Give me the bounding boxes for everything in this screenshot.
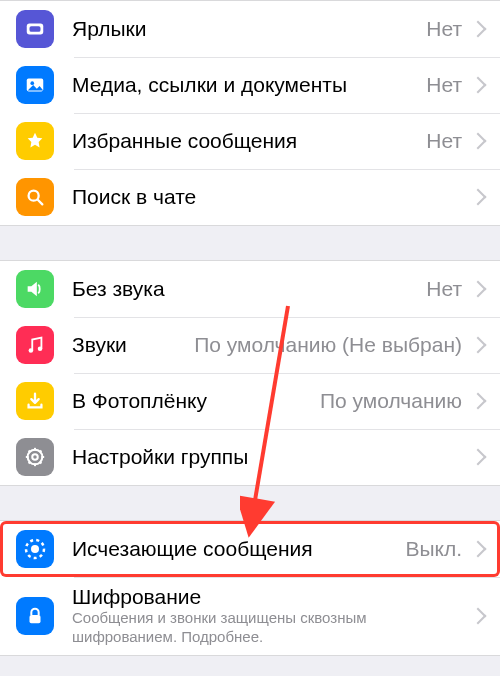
section-separator xyxy=(0,486,500,520)
chevron-icon xyxy=(470,449,487,466)
svg-point-3 xyxy=(30,81,34,85)
svg-line-14 xyxy=(29,451,31,453)
section-separator xyxy=(0,226,500,260)
chevron-icon xyxy=(470,337,487,354)
timer-icon xyxy=(16,530,54,568)
chevron-icon xyxy=(470,541,487,558)
tag-icon xyxy=(16,10,54,48)
svg-rect-1 xyxy=(30,26,41,32)
row-value: Нет xyxy=(426,129,462,153)
row-sounds[interactable]: Звуки По умолчанию (Не выбран) xyxy=(0,317,500,373)
row-mute[interactable]: Без звука Нет xyxy=(0,261,500,317)
photo-icon xyxy=(16,66,54,104)
row-label: Избранные сообщения xyxy=(72,129,418,153)
row-text: Шифрование Сообщения и звонки защищены с… xyxy=(72,577,462,655)
row-label: В Фотоплёнку xyxy=(72,389,312,413)
chevron-icon xyxy=(470,608,487,625)
svg-point-6 xyxy=(29,348,34,353)
row-starred[interactable]: Избранные сообщения Нет xyxy=(0,113,500,169)
row-value: Нет xyxy=(426,73,462,97)
svg-point-7 xyxy=(38,346,43,351)
svg-line-15 xyxy=(40,462,42,464)
row-save-to-camera-roll[interactable]: В Фотоплёнку По умолчанию xyxy=(0,373,500,429)
svg-point-19 xyxy=(31,545,39,553)
gear-icon xyxy=(16,438,54,476)
row-value: Нет xyxy=(426,277,462,301)
svg-line-17 xyxy=(40,451,42,453)
chevron-icon xyxy=(470,133,487,150)
svg-line-16 xyxy=(29,462,31,464)
speaker-icon xyxy=(16,270,54,308)
row-search[interactable]: Поиск в чате xyxy=(0,169,500,225)
download-icon xyxy=(16,382,54,420)
svg-rect-20 xyxy=(30,615,41,623)
chevron-icon xyxy=(470,21,487,38)
row-value: Нет xyxy=(426,17,462,41)
lock-icon xyxy=(16,597,54,635)
star-icon xyxy=(16,122,54,160)
row-label: Поиск в чате xyxy=(72,185,462,209)
chevron-icon xyxy=(470,393,487,410)
row-labels[interactable]: Ярлыки Нет xyxy=(0,1,500,57)
chevron-icon xyxy=(470,281,487,298)
row-media[interactable]: Медиа, ссылки и документы Нет xyxy=(0,57,500,113)
row-subtitle: Сообщения и звонки защищены сквозным шиф… xyxy=(72,609,462,647)
row-encryption[interactable]: Шифрование Сообщения и звонки защищены с… xyxy=(0,577,500,655)
row-disappearing-messages[interactable]: Исчезающие сообщения Выкл. xyxy=(0,521,500,577)
row-value: По умолчанию (Не выбран) xyxy=(194,333,462,357)
row-label: Без звука xyxy=(72,277,418,301)
section-chat-content: Ярлыки Нет Медиа, ссылки и документы Нет… xyxy=(0,0,500,226)
section-privacy: Исчезающие сообщения Выкл. Шифрование Со… xyxy=(0,520,500,656)
row-label: Ярлыки xyxy=(72,17,418,41)
row-label: Звуки xyxy=(72,333,186,357)
row-label: Настройки группы xyxy=(72,445,462,469)
row-label: Медиа, ссылки и документы xyxy=(72,73,418,97)
svg-line-5 xyxy=(38,200,43,205)
search-icon xyxy=(16,178,54,216)
row-value: По умолчанию xyxy=(320,389,462,413)
row-group-settings[interactable]: Настройки группы xyxy=(0,429,500,485)
row-label: Шифрование xyxy=(72,585,462,609)
chevron-icon xyxy=(470,189,487,206)
section-notifications: Без звука Нет Звуки По умолчанию (Не выб… xyxy=(0,260,500,486)
chevron-icon xyxy=(470,77,487,94)
svg-point-9 xyxy=(32,454,38,460)
music-icon xyxy=(16,326,54,364)
row-value: Выкл. xyxy=(405,537,462,561)
row-label: Исчезающие сообщения xyxy=(72,537,397,561)
